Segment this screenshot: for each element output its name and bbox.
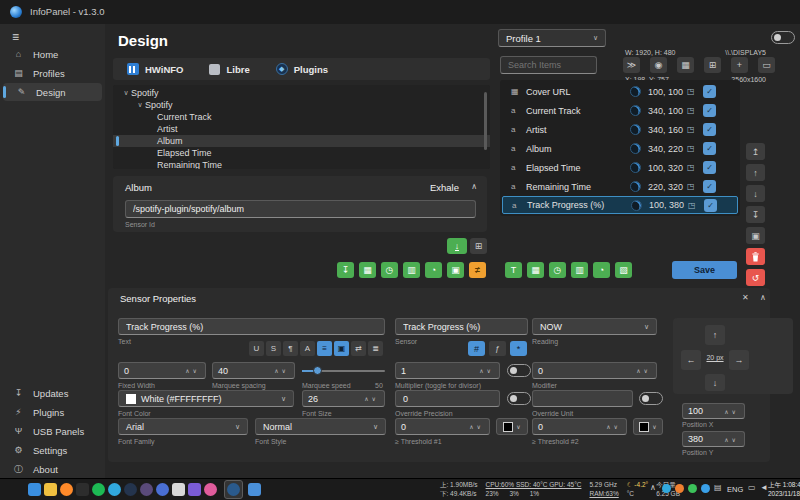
multiplier-toggle[interactable]: [507, 364, 531, 377]
stepper-arrows-icon[interactable]: ∧∨: [364, 395, 379, 402]
strikethrough-button[interactable]: S: [266, 341, 281, 356]
visible-checkbox[interactable]: ✓: [703, 142, 716, 155]
target-button[interactable]: ◉: [650, 57, 667, 73]
sidebar-item-about[interactable]: ⓘ About: [0, 460, 105, 478]
tray-icon-spotify[interactable]: [688, 484, 697, 493]
list-item-album[interactable]: a Album 340, 220 ◳ ✓: [502, 139, 738, 158]
taskbar-icon-app-purple[interactable]: [188, 483, 201, 496]
profile-select[interactable]: Profile 1 ∨: [498, 29, 606, 47]
add-donut-item-button[interactable]: ◔: [593, 262, 610, 278]
add-bar-button[interactable]: ▥: [403, 262, 420, 278]
override-precision-input[interactable]: [395, 390, 500, 407]
sidebar-item-home[interactable]: ⌂ Home: [0, 45, 105, 63]
font-style-select[interactable]: Normal ∨: [255, 418, 386, 435]
marquee-speed-slider[interactable]: [302, 362, 385, 379]
chevron-down-icon[interactable]: ∨: [121, 89, 131, 97]
stepper-arrows-icon[interactable]: ∧∨: [185, 367, 200, 374]
taskbar-icon-firefox[interactable]: [60, 483, 73, 496]
font-size-stepper[interactable]: 26∧∨: [302, 390, 385, 407]
stepper-arrows-icon[interactable]: ∧∨: [606, 423, 621, 430]
panel-view-button[interactable]: ▭: [758, 57, 775, 73]
taskbar-icon-app-blue[interactable]: [156, 483, 169, 496]
search-input[interactable]: [500, 56, 597, 74]
threshold2-stepper[interactable]: 0∧∨: [532, 418, 627, 435]
speaker-icon[interactable]: ◄: [760, 483, 768, 492]
close-icon[interactable]: ✕: [742, 293, 749, 302]
taskbar-icon-start[interactable]: [28, 483, 41, 496]
add-clock-button[interactable]: ◷: [381, 262, 398, 278]
align-left-button[interactable]: ≡: [317, 341, 332, 356]
add-shape-button[interactable]: ▣: [447, 262, 464, 278]
detach-icon[interactable]: ◳: [687, 163, 695, 172]
sidebar-item-updates[interactable]: ↧ Updates: [0, 384, 105, 402]
stepper-arrows-icon[interactable]: ∧∨: [274, 367, 289, 374]
taskbar-icon-app-pink[interactable]: [204, 483, 217, 496]
fixed-width-stepper[interactable]: 0∧∨: [118, 362, 206, 379]
tree-item-artist[interactable]: Artist: [113, 123, 490, 135]
keyboard-icon[interactable]: ▤: [714, 483, 722, 492]
modifier-stepper[interactable]: 0∧∨: [532, 362, 657, 379]
tree-item-album[interactable]: Album: [113, 135, 490, 147]
taskbar-icon-spotify[interactable]: [92, 483, 105, 496]
tree-scrollbar[interactable]: [484, 92, 487, 150]
tray-icon-send[interactable]: [701, 484, 710, 493]
list-item-artist[interactable]: a Artist 340, 160 ◳ ✓: [502, 120, 738, 139]
add-text-button[interactable]: ↧: [337, 262, 354, 278]
grid-button[interactable]: ▦: [677, 57, 694, 73]
sidebar-item-usb-panels[interactable]: Ψ USB Panels: [0, 422, 105, 440]
nudge-right-button[interactable]: →: [729, 350, 749, 370]
sensor-input[interactable]: [395, 318, 528, 335]
nudge-step-link[interactable]: 20 px: [705, 354, 725, 361]
nudge-up-button[interactable]: ↑: [705, 325, 725, 345]
add-bar-item-button[interactable]: ▥: [571, 262, 588, 278]
chevron-down-icon[interactable]: ∨: [135, 101, 145, 109]
autosize-button[interactable]: A: [300, 341, 315, 356]
sensor-number-button[interactable]: #: [468, 341, 485, 356]
detach-icon[interactable]: ◳: [687, 125, 695, 134]
detach-icon[interactable]: ◳: [687, 106, 695, 115]
collapse-icon[interactable]: ∧: [760, 293, 766, 302]
detach-icon[interactable]: ◳: [687, 182, 695, 191]
display-toggle[interactable]: [771, 31, 795, 44]
threshold1-stepper[interactable]: 0∧∨: [395, 418, 490, 435]
tree-item-spotify[interactable]: ∨ Spotify: [113, 87, 490, 99]
detach-icon[interactable]: ◳: [687, 144, 695, 153]
list-item-current-track[interactable]: a Current Track 340, 100 ◳ ✓: [502, 101, 738, 120]
move-down-button[interactable]: ↓: [746, 185, 765, 202]
detach-icon[interactable]: ◳: [688, 201, 696, 210]
tab-plugins[interactable]: ◆ Plugins: [266, 60, 338, 78]
collapse-icon[interactable]: ∧: [471, 182, 477, 191]
tray-expand-icon[interactable]: ∧: [650, 483, 656, 492]
resize-button[interactable]: ≠: [469, 262, 486, 278]
sensor-id-input[interactable]: [125, 200, 476, 218]
list-item-elapsed-time[interactable]: a Elapsed Time 100, 320 ◳ ✓: [502, 158, 738, 177]
tray-icon-pin[interactable]: [675, 484, 684, 493]
move-to-bottom-button[interactable]: ↧: [746, 206, 765, 223]
hamburger-menu-icon[interactable]: ≡: [12, 30, 19, 44]
visible-checkbox[interactable]: ✓: [703, 180, 716, 193]
stepper-arrows-icon[interactable]: ∧∨: [479, 367, 494, 374]
move-to-top-button[interactable]: ↥: [746, 143, 765, 160]
add-item-button[interactable]: ⊞: [470, 238, 487, 254]
move-button[interactable]: +: [731, 57, 748, 73]
stepper-arrows-icon[interactable]: ∧∨: [724, 436, 739, 443]
monitor-icon[interactable]: ▭: [748, 483, 756, 492]
override-unit-toggle[interactable]: [639, 392, 663, 405]
save-button[interactable]: Save: [672, 261, 737, 279]
visible-checkbox[interactable]: ✓: [703, 104, 716, 117]
sidebar-item-plugins[interactable]: ⚡ Plugins: [0, 403, 105, 421]
underline-button[interactable]: U: [249, 341, 264, 356]
tree-item-spotify-child[interactable]: ∨ Spotify: [113, 99, 490, 111]
taskbar-icon-infopanel[interactable]: [227, 483, 240, 496]
position-x-stepper[interactable]: 100∧∨: [682, 403, 745, 419]
taskbar-icon-document[interactable]: [172, 483, 185, 496]
add-image-button[interactable]: ▦: [359, 262, 376, 278]
sidebar-item-settings[interactable]: ⚙ Settings: [0, 441, 105, 459]
delete-button[interactable]: [746, 248, 765, 265]
collapse-all-button[interactable]: ≫: [623, 57, 640, 73]
taskbar-icon-steam[interactable]: [124, 483, 137, 496]
spacing-button[interactable]: ⇄: [351, 341, 366, 356]
taskbar-icon-app-dark[interactable]: [140, 483, 153, 496]
taskbar-icon-terminal[interactable]: [76, 483, 89, 496]
override-precision-toggle[interactable]: [507, 392, 531, 405]
